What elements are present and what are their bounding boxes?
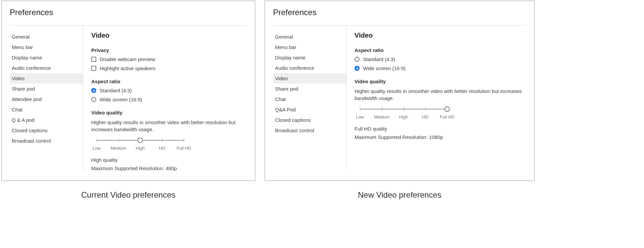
radio-option[interactable]: Standard (4:3) xyxy=(91,88,247,93)
panel-title: Preferences xyxy=(10,8,247,17)
radio-option[interactable]: Wide screen (16:9) xyxy=(355,65,526,71)
slider-label: HD xyxy=(159,146,165,151)
slider-label: Medium xyxy=(374,114,389,119)
slider-label: Medium xyxy=(111,146,126,151)
quality-current: Full HD quality xyxy=(355,126,526,132)
slider-label: Low xyxy=(93,146,101,151)
quality-subhead: Video quality xyxy=(355,79,526,84)
slider-label: Low xyxy=(356,114,364,119)
sidebar-item[interactable]: Closed captions xyxy=(10,125,83,136)
sidebar-item[interactable]: Q&A Pod xyxy=(273,104,346,115)
sidebar-item[interactable]: Broadcast control xyxy=(10,136,83,146)
sidebar-item[interactable]: Closed captions xyxy=(273,115,346,125)
sidebar-item[interactable]: Share pod xyxy=(273,84,346,94)
checkbox-icon xyxy=(91,57,96,62)
sidebar-item[interactable]: Q & A pod xyxy=(10,115,83,125)
aspect-subhead: Aspect ratio xyxy=(355,47,526,53)
radio-label: Standard (4:3) xyxy=(363,56,395,62)
sidebar-item[interactable]: Broadcast control xyxy=(273,125,346,136)
quality-resolution: Maximum Supported Resolution: 480p xyxy=(91,165,247,171)
sidebar-item[interactable]: Audio conference xyxy=(10,63,83,73)
quality-resolution: Maximum Supported Resolution: 1080p xyxy=(355,134,526,140)
checkbox-label: Highlight active speakers xyxy=(100,65,156,71)
section-heading: Video xyxy=(355,32,526,39)
sidebar-item[interactable]: Audio conference xyxy=(273,63,346,73)
quality-desc: Higher quality results in smoother video… xyxy=(355,88,526,102)
slider-handle[interactable] xyxy=(138,138,143,143)
checkbox-disable-webcam[interactable]: Disable webcam preview xyxy=(91,56,247,62)
radio-option[interactable]: Standard (4:3) xyxy=(355,56,526,62)
slider-label: High xyxy=(399,114,408,119)
privacy-subhead: Privacy xyxy=(91,47,247,53)
panel-new: Preferences GeneralMenu barDisplay nameA… xyxy=(265,1,535,181)
caption-current: Current Video preferences xyxy=(1,190,255,200)
slider-label: HD xyxy=(422,114,429,119)
checkbox-highlight-speakers[interactable]: Highlight active speakers xyxy=(91,65,247,71)
quality-current: High quality xyxy=(91,157,247,163)
slider-handle[interactable] xyxy=(444,106,450,112)
sidebar-item[interactable]: Menu bar xyxy=(10,42,83,52)
sidebar-item[interactable]: Chat xyxy=(273,94,346,104)
radio-icon xyxy=(355,66,360,71)
aspect-radios: Standard (4:3)Wide screen (16:9) xyxy=(91,88,247,102)
sidebar-item[interactable]: Menu bar xyxy=(273,42,346,52)
checkbox-icon xyxy=(91,66,96,71)
radio-icon xyxy=(355,57,360,62)
radio-icon xyxy=(91,97,96,102)
caption-new: New Video preferences xyxy=(265,190,535,200)
checkbox-label: Disable webcam preview xyxy=(100,56,155,62)
slider-label: Full HD xyxy=(176,146,191,151)
sidebar-item[interactable]: Attendee pod xyxy=(10,94,83,104)
sidebar-item[interactable]: Display name xyxy=(10,52,83,63)
panel-current: Preferences GeneralMenu barDisplay nameA… xyxy=(1,1,255,181)
radio-label: Wide screen (16:9) xyxy=(363,65,406,71)
radio-option[interactable]: Wide screen (16:9) xyxy=(91,97,247,102)
sidebar: GeneralMenu barDisplay nameAudio confere… xyxy=(10,26,83,171)
sidebar-item[interactable]: Display name xyxy=(273,52,346,63)
section-heading: Video xyxy=(91,32,247,39)
aspect-radios: Standard (4:3)Wide screen (16:9) xyxy=(355,56,526,71)
panel-title: Preferences xyxy=(273,8,526,17)
quality-desc: Higher quality results in smoother video… xyxy=(91,119,247,133)
sidebar: GeneralMenu barDisplay nameAudio confere… xyxy=(273,26,346,171)
sidebar-item[interactable]: Chat xyxy=(10,104,83,115)
slider-label: High xyxy=(136,146,145,151)
sidebar-item[interactable]: Video xyxy=(10,73,83,84)
main: Video Privacy Disable webcam preview Hig… xyxy=(83,26,247,171)
aspect-subhead: Aspect ratio xyxy=(91,79,247,84)
sidebar-item[interactable]: Video xyxy=(273,73,346,84)
radio-label: Standard (4:3) xyxy=(100,88,132,93)
radio-label: Wide screen (16:9) xyxy=(100,97,142,102)
slider-label: Full HD xyxy=(440,114,454,119)
radio-icon xyxy=(91,88,96,93)
sidebar-item[interactable]: General xyxy=(273,32,346,42)
quality-subhead: Video quality xyxy=(91,110,247,115)
sidebar-item[interactable]: General xyxy=(10,32,83,42)
quality-slider[interactable]: LowMediumHighHDFull HD xyxy=(355,106,526,120)
quality-slider[interactable]: LowMediumHighHDFull HD xyxy=(91,137,247,152)
main: Video Aspect ratio Standard (4:3)Wide sc… xyxy=(346,26,526,171)
sidebar-item[interactable]: Share pod xyxy=(10,84,83,94)
